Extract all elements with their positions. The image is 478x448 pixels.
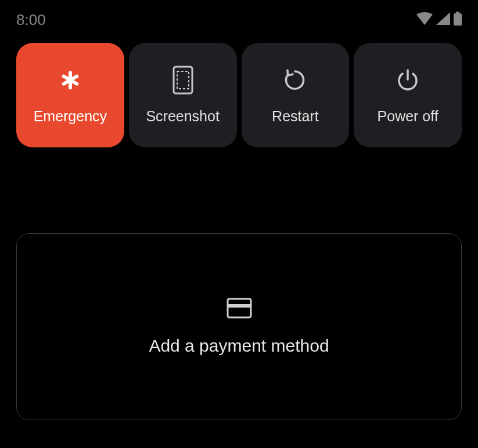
emergency-tile[interactable]: Emergency [16, 43, 124, 147]
screenshot-tile[interactable]: Screenshot [129, 43, 237, 147]
status-icons [416, 12, 462, 28]
status-time: 8:00 [16, 11, 46, 29]
power-icon [394, 66, 422, 94]
restart-icon [281, 66, 309, 94]
battery-icon [454, 12, 462, 28]
tile-label: Emergency [34, 108, 107, 125]
power-menu: Emergency Screenshot Restart Power off [0, 29, 478, 147]
tile-label: Power off [378, 108, 439, 125]
tile-label: Screenshot [146, 108, 219, 125]
restart-tile[interactable]: Restart [242, 43, 350, 147]
signal-icon [436, 12, 450, 27]
card-icon [227, 298, 252, 319]
svg-rect-6 [177, 71, 189, 89]
add-payment-card[interactable]: Add a payment method [16, 233, 462, 420]
asterisk-icon [56, 66, 84, 94]
wifi-icon [416, 12, 433, 27]
svg-rect-0 [454, 13, 462, 26]
svg-rect-9 [228, 304, 251, 308]
svg-rect-8 [228, 299, 251, 317]
payment-label: Add a payment method [149, 336, 329, 356]
svg-rect-5 [174, 67, 192, 93]
screenshot-icon [169, 66, 197, 94]
status-bar: 8:00 [0, 0, 478, 29]
poweroff-tile[interactable]: Power off [354, 43, 462, 147]
svg-rect-1 [456, 12, 459, 14]
tile-label: Restart [272, 108, 319, 125]
